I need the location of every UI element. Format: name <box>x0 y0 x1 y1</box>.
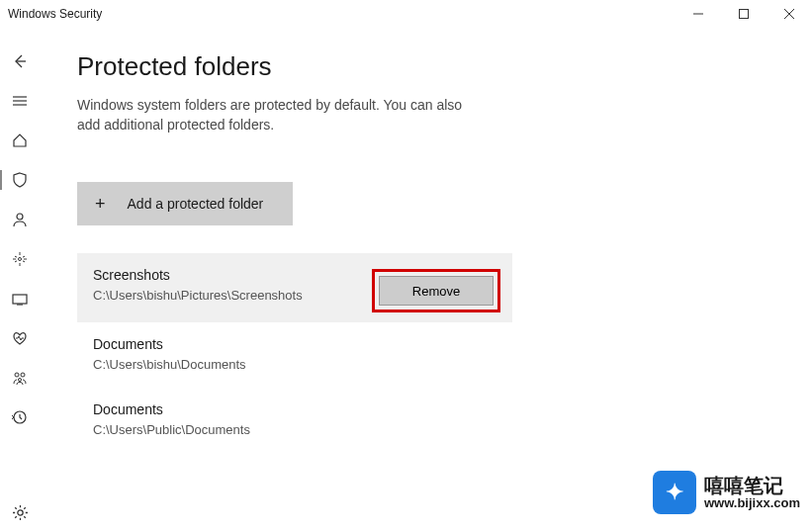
app-browser-icon[interactable] <box>0 279 40 318</box>
folder-item[interactable]: Screenshots C:\Users\bishu\Pictures\Scre… <box>77 253 512 322</box>
svg-rect-10 <box>13 295 27 304</box>
main-content: Protected folders Windows system folders… <box>40 28 812 532</box>
svg-point-9 <box>19 258 22 261</box>
folder-path: C:\Users\bishu\Documents <box>93 357 496 372</box>
svg-point-8 <box>17 214 23 220</box>
close-button[interactable] <box>767 0 812 28</box>
back-button[interactable] <box>0 42 40 81</box>
sidebar <box>0 28 40 532</box>
account-icon[interactable] <box>0 200 40 239</box>
folder-name: Documents <box>93 336 496 352</box>
plus-icon: + <box>95 194 106 215</box>
minimize-button[interactable] <box>676 0 721 28</box>
maximize-button[interactable] <box>721 0 767 28</box>
family-icon[interactable] <box>0 358 40 398</box>
remove-button[interactable]: Remove <box>379 276 494 306</box>
home-icon[interactable] <box>0 121 40 160</box>
highlight-box: Remove <box>372 269 500 312</box>
page-title: Protected folders <box>77 51 812 82</box>
page-description: Windows system folders are protected by … <box>77 96 473 134</box>
menu-button[interactable] <box>0 81 40 121</box>
device-health-icon[interactable] <box>0 318 40 358</box>
window-title: Windows Security <box>8 7 102 21</box>
settings-icon[interactable] <box>0 492 40 532</box>
firewall-icon[interactable] <box>0 239 40 279</box>
watermark-title: 嘻嘻笔记 <box>704 475 800 496</box>
svg-point-14 <box>19 379 22 382</box>
svg-point-13 <box>21 373 25 377</box>
shield-icon[interactable] <box>0 160 40 200</box>
folder-item[interactable]: Documents C:\Users\Public\Documents <box>77 388 512 453</box>
watermark-url: www.bijixx.com <box>704 496 800 510</box>
svg-point-16 <box>17 509 22 514</box>
watermark: ✦ 嘻嘻笔记 www.bijixx.com <box>653 471 800 514</box>
folder-list: Screenshots C:\Users\bishu\Pictures\Scre… <box>77 253 512 453</box>
add-protected-folder-button[interactable]: + Add a protected folder <box>77 182 293 225</box>
folder-path: C:\Users\Public\Documents <box>93 422 496 437</box>
svg-point-12 <box>15 373 19 377</box>
add-button-label: Add a protected folder <box>128 196 264 212</box>
svg-rect-1 <box>740 10 749 19</box>
watermark-logo: ✦ <box>653 471 696 514</box>
folder-name: Documents <box>93 401 496 417</box>
history-icon[interactable] <box>0 398 40 437</box>
folder-item[interactable]: Documents C:\Users\bishu\Documents <box>77 322 512 388</box>
